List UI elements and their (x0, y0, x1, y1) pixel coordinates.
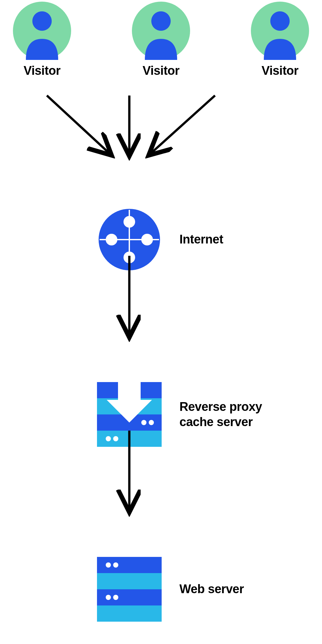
svg-point-12 (123, 216, 135, 228)
svg-point-31 (113, 562, 118, 568)
visitor-1-label: Visitor (24, 64, 60, 78)
svg-point-14 (106, 234, 117, 245)
visitor-icon (251, 2, 309, 60)
svg-point-33 (113, 595, 118, 600)
visitor-3: Visitor (248, 2, 312, 78)
svg-point-3 (151, 11, 171, 31)
visitor-arrows (0, 84, 322, 168)
visitor-1: Visitor (10, 2, 74, 78)
svg-point-30 (106, 562, 111, 568)
svg-point-1 (32, 11, 52, 31)
internet-to-proxy-arrow (0, 249, 322, 346)
visitor-2: Visitor (129, 2, 193, 78)
webserver-node: Web server (97, 557, 244, 622)
visitor-2-label: Visitor (143, 64, 179, 78)
webserver-label: Web server (179, 582, 244, 597)
svg-point-32 (106, 595, 111, 600)
visitor-3-label: Visitor (262, 64, 298, 78)
svg-point-15 (141, 234, 153, 245)
webserver-icon (97, 557, 162, 622)
svg-line-8 (150, 96, 215, 154)
visitors-row: Visitor Visitor Visitor (0, 2, 322, 78)
svg-point-5 (270, 11, 290, 31)
visitor-icon (13, 2, 71, 60)
internet-label: Internet (179, 232, 223, 247)
svg-rect-29 (97, 605, 162, 622)
svg-rect-27 (97, 573, 162, 589)
svg-line-6 (47, 96, 110, 154)
proxy-to-webserver-arrow (0, 424, 322, 521)
visitor-icon (132, 2, 190, 60)
